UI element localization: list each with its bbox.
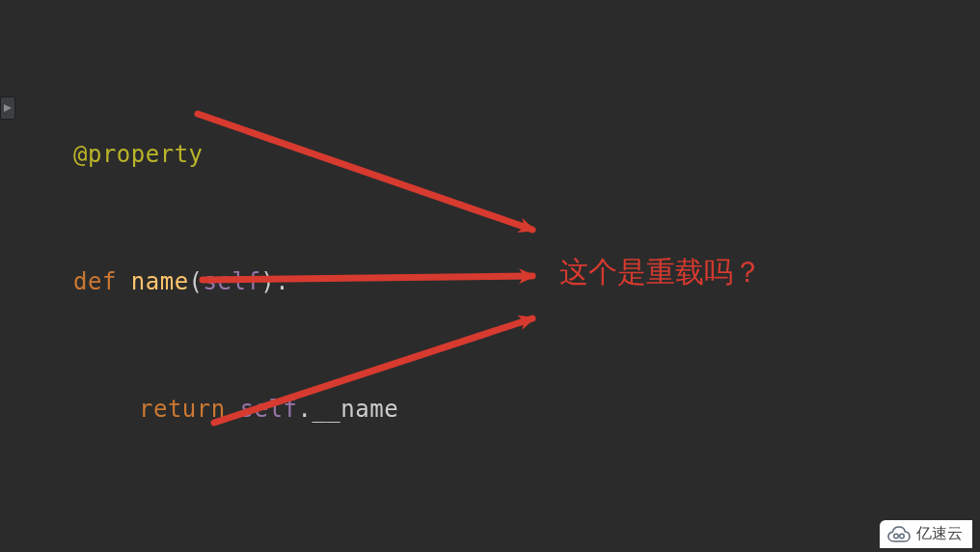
self-param: self [204,261,261,303]
fold-marker-icon[interactable] [0,97,15,120]
svg-point-4 [900,534,905,538]
decorator: @property [73,133,204,176]
gutter [0,0,14,552]
paren-open: ( [189,261,204,303]
cloud-icon [887,526,911,543]
attr-name: __name [312,388,398,430]
self-ref: self [240,388,298,430]
svg-point-3 [894,534,899,538]
blank-line [73,515,442,552]
code-line: def name(self): [73,261,442,303]
code-line: @property [73,133,442,176]
keyword-return: return [139,388,226,430]
colon: : [275,261,289,303]
code-line: return self.__name [73,388,442,430]
paren-close: ) [260,261,275,303]
annotation-text: 这个是重载吗？ [559,253,762,292]
dot: . [297,388,312,430]
watermark: 亿速云 [880,520,972,548]
function-name: name [131,261,189,303]
code-block: @property def name(self): return self.__… [73,48,442,552]
watermark-text: 亿速云 [916,524,963,544]
keyword-def: def [73,261,117,303]
code-editor[interactable]: @property def name(self): return self.__… [0,0,980,552]
